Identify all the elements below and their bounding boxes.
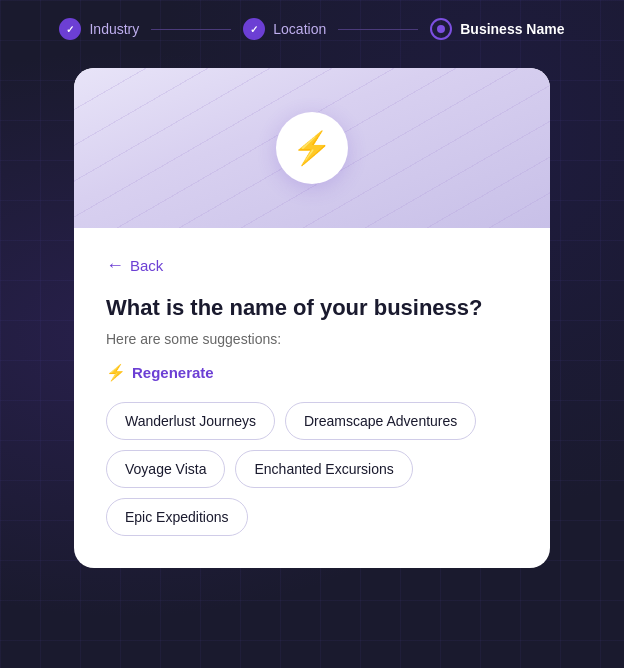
back-label: Back xyxy=(130,257,163,274)
step-business-name-label: Business Name xyxy=(460,21,564,37)
suggestion-chip[interactable]: Epic Expeditions xyxy=(106,498,248,536)
checkmark-icon: ✓ xyxy=(66,24,74,35)
suggestion-chip[interactable]: Dreamscape Adventures xyxy=(285,402,476,440)
suggestion-chip[interactable]: Voyage Vista xyxy=(106,450,225,488)
regenerate-button[interactable]: ⚡ Regenerate xyxy=(106,363,214,382)
step-location: ✓ Location xyxy=(243,18,326,40)
step-industry: ✓ Industry xyxy=(59,18,139,40)
stepper: ✓ Industry ✓ Location Business Name xyxy=(0,0,624,58)
lightning-icon: ⚡ xyxy=(292,132,332,164)
step-industry-icon: ✓ xyxy=(59,18,81,40)
suggestion-chip[interactable]: Wanderlust Journeys xyxy=(106,402,275,440)
question-title: What is the name of your business? xyxy=(106,294,518,323)
step-divider-1 xyxy=(151,29,231,30)
main-card: ⚡ ← Back What is the name of your busine… xyxy=(74,68,550,568)
regenerate-icon: ⚡ xyxy=(106,363,126,382)
step-business-name: Business Name xyxy=(430,18,564,40)
card-header: ⚡ xyxy=(74,68,550,228)
suggestions-grid: Wanderlust JourneysDreamscape Adventures… xyxy=(106,402,518,536)
step-location-icon: ✓ xyxy=(243,18,265,40)
card-body: ← Back What is the name of your business… xyxy=(74,228,550,568)
lightning-circle: ⚡ xyxy=(276,112,348,184)
step-divider-2 xyxy=(338,29,418,30)
regenerate-label: Regenerate xyxy=(132,364,214,381)
step-location-label: Location xyxy=(273,21,326,37)
suggestions-label: Here are some suggestions: xyxy=(106,331,518,347)
step-business-name-icon xyxy=(430,18,452,40)
back-link[interactable]: ← Back xyxy=(106,256,518,274)
step-industry-label: Industry xyxy=(89,21,139,37)
checkmark-icon-2: ✓ xyxy=(250,24,258,35)
back-arrow-icon: ← xyxy=(106,256,124,274)
suggestion-chip[interactable]: Enchanted Excursions xyxy=(235,450,412,488)
